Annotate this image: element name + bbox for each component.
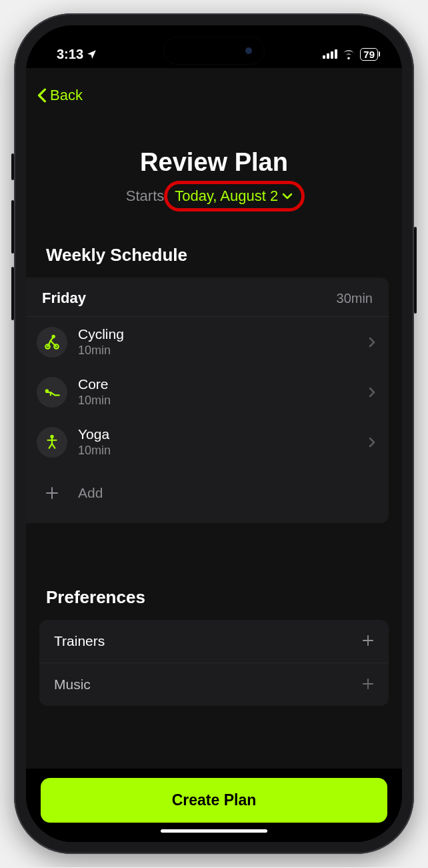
chevron-down-icon [282,193,293,199]
core-icon [37,377,67,408]
preferences-section: Preferences Trainers Music [26,550,402,706]
volume-down-button [11,267,14,320]
chevron-right-icon [369,387,375,398]
start-date-picker[interactable]: Today, August 2 [168,185,302,207]
workout-duration: 10min [78,444,358,458]
volume-up-button [11,200,14,254]
status-right: 79 [323,48,378,61]
preferences-list: Trainers Music [39,620,389,706]
add-workout-button[interactable]: Add [26,467,389,523]
back-button[interactable]: Back [26,68,402,113]
workout-text: Core 10min [78,376,358,408]
chevron-right-icon [369,437,375,448]
preference-label: Trainers [54,633,105,649]
mute-switch [11,153,14,180]
preference-row-music[interactable]: Music [39,663,389,706]
status-time: 3:13 [57,47,83,62]
plus-icon [362,675,374,694]
workout-text: Cycling 10min [78,326,358,358]
workout-name: Yoga [78,426,358,442]
back-label: Back [50,87,83,104]
schedule-total-duration: 30min [337,291,373,306]
workout-duration: 10min [78,344,358,358]
workout-row-cycling[interactable]: Cycling 10min [26,317,389,367]
schedule-day: Friday [42,290,86,307]
wifi-icon [341,49,356,59]
screen: 3:13 79 Back Review Plan S [26,25,402,842]
title-block: Review Plan Starts Today, August 2 [26,148,402,207]
power-button [414,227,417,314]
workout-name: Cycling [78,326,358,342]
workout-row-core[interactable]: Core 10min [26,367,389,417]
starts-label: Starts [126,187,164,205]
workout-name: Core [78,376,358,392]
svg-rect-2 [331,51,333,59]
plus-icon [362,632,374,650]
preferences-header: Preferences [26,587,402,608]
svg-point-6 [53,335,55,337]
svg-rect-3 [335,49,337,59]
start-date-row: Starts Today, August 2 [126,185,302,207]
status-left: 3:13 [57,47,97,62]
home-indicator[interactable] [161,829,267,833]
page-title: Review Plan [26,148,402,177]
add-label: Add [78,485,103,501]
battery-indicator: 79 [360,48,378,61]
svg-rect-1 [327,53,329,59]
app-content: Back Review Plan Starts Today, August 2 … [26,68,402,769]
workout-row-yoga[interactable]: Yoga 10min [26,417,389,467]
iphone-device-frame: 3:13 79 Back Review Plan S [14,13,414,854]
cycling-icon [37,327,67,358]
start-date-text: Today, August 2 [175,187,278,205]
yoga-icon [37,427,67,458]
create-plan-button[interactable]: Create Plan [41,778,387,823]
location-icon [86,49,97,60]
cellular-icon [323,49,337,59]
workout-text: Yoga 10min [78,426,358,458]
chevron-right-icon [369,337,375,348]
workout-duration: 10min [78,394,358,408]
weekly-schedule-header: Weekly Schedule [26,245,402,266]
schedule-card-header: Friday 30min [26,278,389,317]
chevron-left-icon [37,88,47,103]
schedule-day-card: Friday 30min Cycling 10min [26,278,389,523]
preference-row-trainers[interactable]: Trainers [39,620,389,663]
svg-rect-0 [323,55,325,59]
preference-label: Music [54,677,91,693]
plus-icon [37,478,67,508]
dynamic-island [164,37,264,64]
bottom-bar: Create Plan [26,769,402,842]
